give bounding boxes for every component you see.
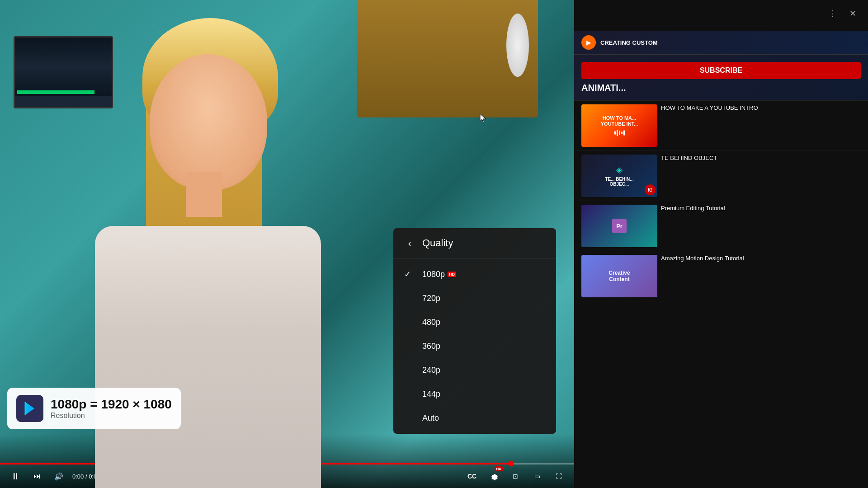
quality-label-144p: 144p	[422, 389, 440, 399]
quality-label-1080p: 1080p	[422, 270, 445, 279]
rec-thumb-4-text: CreativeContent	[609, 270, 630, 282]
fullscreen-button[interactable]: ⛶	[551, 468, 567, 484]
rec-thumb-2: ◈ TE... BEHIN...OBJEC... K!	[581, 155, 657, 197]
sidebar-close-button[interactable]: ✕	[844, 5, 861, 22]
rec-thumb-3-content: Pr	[581, 205, 657, 247]
bg-decor-sphere	[506, 14, 529, 77]
quality-label-360p: 360p	[422, 342, 440, 351]
rec-thumb-2-text: TE... BEHIN...OBJEC...	[605, 177, 633, 187]
promo-text: CREATING CUSTOM	[600, 39, 658, 46]
rec-thumb-4-content: CreativeContent	[581, 255, 657, 297]
pr-icon: Pr	[612, 219, 627, 233]
rec-thumb-1: HOW TO MA...YOUTUBE INT...	[581, 104, 657, 147]
person-body	[95, 226, 321, 488]
quality-check-1080p: ✓	[404, 269, 415, 279]
volume-button[interactable]: 🔊	[51, 468, 67, 484]
annotation-text: 1080p = 868 × 488 Resolution	[51, 397, 172, 420]
video-player[interactable]: ‹ Quality ✓ 1080p HD 720p 480p	[0, 0, 574, 488]
quality-label-auto: Auto	[422, 413, 439, 423]
svg-marker-2	[28, 405, 34, 412]
rec-thumb-1-text: HOW TO MA...YOUTUBE INT...	[601, 115, 638, 127]
quality-options-list: ✓ 1080p HD 720p 480p 360p	[393, 258, 556, 434]
quality-title: Quality	[422, 237, 453, 249]
quality-option-144p[interactable]: 144p	[393, 382, 556, 406]
miniplayer-button[interactable]: ⊡	[507, 468, 524, 484]
sidebar-menu-button[interactable]: ⋮	[825, 5, 841, 22]
quality-header: ‹ Quality	[393, 228, 556, 258]
subscribe-subtitle: ANIMATI...	[581, 83, 861, 93]
main-video-area: ‹ Quality ✓ 1080p HD 720p 480p	[0, 0, 574, 488]
progress-bar-thumb	[508, 461, 514, 466]
rec-info-2: TE BEHIND OBJECT	[661, 155, 861, 197]
audio-wave-icon	[614, 130, 625, 136]
rec-thumb-3: Pr	[581, 205, 657, 247]
annotation-logo	[16, 395, 43, 422]
quality-option-auto[interactable]: Auto	[393, 406, 556, 430]
quality-option-1080p[interactable]: ✓ 1080p HD	[393, 262, 556, 286]
quality-label-720p: 720p	[422, 294, 440, 303]
rec-title-1: HOW TO MAKE A YOUTUBE INTRO	[661, 104, 861, 112]
quality-label-240p: 240p	[422, 366, 440, 375]
quality-menu: ‹ Quality ✓ 1080p HD 720p 480p	[393, 228, 556, 434]
quality-option-720p[interactable]: 720p	[393, 286, 556, 310]
hd-badge-1080p: HD	[448, 272, 456, 277]
next-button[interactable]: ⏭	[29, 468, 45, 484]
theater-button[interactable]: ▭	[529, 468, 545, 484]
rec-info-3: Premium Editing Tutorial	[661, 205, 861, 247]
rec-title-3: Premium Editing Tutorial	[661, 205, 861, 212]
person-neck	[186, 172, 222, 217]
rec-info-1: HOW TO MAKE A YOUTUBE INTRO	[661, 104, 861, 147]
annotation-box: 1080p = 868 × 488 Resolution	[7, 388, 181, 429]
annotation-sub-text: Resolution	[51, 412, 172, 420]
quality-option-480p[interactable]: 480p	[393, 310, 556, 334]
rec-thumb-2-icon: ◈	[616, 165, 623, 175]
recommendations-section: ▶ CREATING CUSTOM SUBSCRIBE ANIMATI... H…	[574, 27, 868, 488]
settings-button[interactable]: HD	[486, 468, 502, 484]
quality-back-button[interactable]: ‹	[404, 238, 415, 249]
cc-button[interactable]: CC	[464, 468, 480, 484]
subscribe-section: SUBSCRIBE ANIMATI...	[574, 55, 868, 101]
annotation-main-text: 1080p = 868 × 488	[51, 397, 172, 412]
rec-card-2[interactable]: ◈ TE... BEHIN...OBJEC... K! TE BEHIND OB…	[574, 151, 868, 201]
rec-title-4: Amazing Motion Design Tutorial	[661, 255, 861, 263]
promo-icon: ▶	[581, 35, 596, 50]
pause-button[interactable]: ⏸	[7, 468, 24, 484]
quality-option-240p[interactable]: 240p	[393, 358, 556, 382]
rec-thumb-4: CreativeContent	[581, 255, 657, 297]
promo-banner[interactable]: ▶ CREATING CUSTOM	[574, 31, 868, 55]
rec-thumb-1-content: HOW TO MA...YOUTUBE INT...	[581, 104, 657, 147]
channel-badge-k: K!	[645, 184, 656, 195]
quality-label-480p: 480p	[422, 318, 440, 327]
rec-card-1[interactable]: HOW TO MA...YOUTUBE INT... HOW TO MAKE A…	[574, 101, 868, 151]
subscribe-button[interactable]: SUBSCRIBE	[581, 62, 861, 79]
quality-option-360p[interactable]: 360p	[393, 334, 556, 358]
rec-title-2: TE BEHIND OBJECT	[661, 155, 861, 162]
person-face	[150, 54, 267, 190]
settings-hd-badge: HD	[495, 466, 503, 471]
rec-card-4[interactable]: CreativeContent Amazing Motion Design Tu…	[574, 251, 868, 301]
rec-card-3[interactable]: Pr Premium Editing Tutorial	[574, 201, 868, 251]
sidebar-top-bar: ⋮ ✕	[574, 0, 868, 27]
rec-info-4: Amazing Motion Design Tutorial	[661, 255, 861, 297]
right-sidebar: ⋮ ✕ ▶ CREATING CUSTOM SUBSCRIBE ANIMATI.…	[574, 0, 868, 488]
